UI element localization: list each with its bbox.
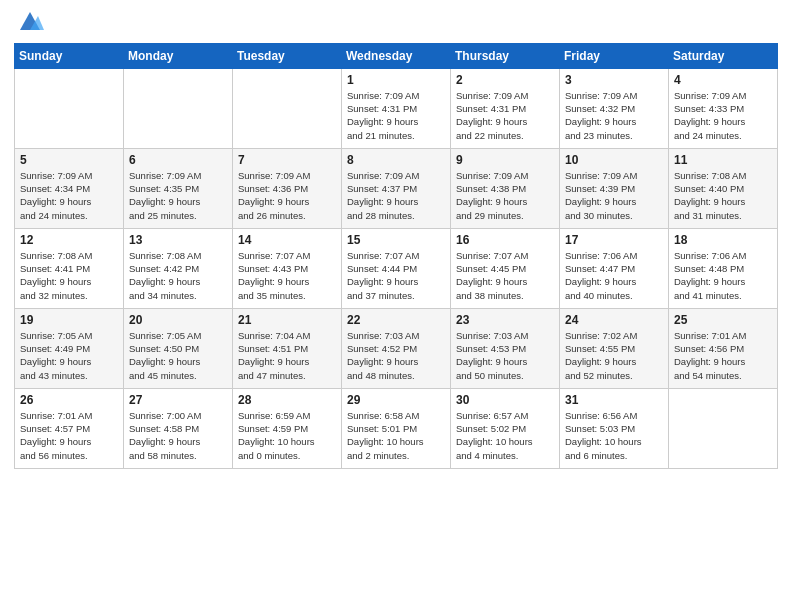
header <box>14 10 778 37</box>
week-row-2: 5Sunrise: 7:09 AM Sunset: 4:34 PM Daylig… <box>15 148 778 228</box>
day-info: Sunrise: 7:09 AM Sunset: 4:36 PM Dayligh… <box>238 169 336 222</box>
week-row-1: 1Sunrise: 7:09 AM Sunset: 4:31 PM Daylig… <box>15 68 778 148</box>
day-info: Sunrise: 7:00 AM Sunset: 4:58 PM Dayligh… <box>129 409 227 462</box>
day-number: 19 <box>20 313 118 327</box>
weekday-header-thursday: Thursday <box>451 43 560 68</box>
calendar-cell: 17Sunrise: 7:06 AM Sunset: 4:47 PM Dayli… <box>560 228 669 308</box>
day-number: 3 <box>565 73 663 87</box>
weekday-header-tuesday: Tuesday <box>233 43 342 68</box>
calendar-cell: 27Sunrise: 7:00 AM Sunset: 4:58 PM Dayli… <box>124 388 233 468</box>
day-number: 15 <box>347 233 445 247</box>
day-info: Sunrise: 7:01 AM Sunset: 4:57 PM Dayligh… <box>20 409 118 462</box>
day-number: 8 <box>347 153 445 167</box>
calendar-cell: 12Sunrise: 7:08 AM Sunset: 4:41 PM Dayli… <box>15 228 124 308</box>
week-row-4: 19Sunrise: 7:05 AM Sunset: 4:49 PM Dayli… <box>15 308 778 388</box>
day-info: Sunrise: 7:09 AM Sunset: 4:31 PM Dayligh… <box>347 89 445 142</box>
weekday-header-monday: Monday <box>124 43 233 68</box>
calendar-cell: 30Sunrise: 6:57 AM Sunset: 5:02 PM Dayli… <box>451 388 560 468</box>
day-number: 23 <box>456 313 554 327</box>
day-number: 22 <box>347 313 445 327</box>
day-info: Sunrise: 7:05 AM Sunset: 4:49 PM Dayligh… <box>20 329 118 382</box>
day-number: 6 <box>129 153 227 167</box>
day-info: Sunrise: 7:09 AM Sunset: 4:34 PM Dayligh… <box>20 169 118 222</box>
calendar-cell: 23Sunrise: 7:03 AM Sunset: 4:53 PM Dayli… <box>451 308 560 388</box>
day-info: Sunrise: 7:07 AM Sunset: 4:44 PM Dayligh… <box>347 249 445 302</box>
day-number: 20 <box>129 313 227 327</box>
day-number: 16 <box>456 233 554 247</box>
day-number: 18 <box>674 233 772 247</box>
day-info: Sunrise: 6:58 AM Sunset: 5:01 PM Dayligh… <box>347 409 445 462</box>
weekday-header-sunday: Sunday <box>15 43 124 68</box>
day-info: Sunrise: 6:57 AM Sunset: 5:02 PM Dayligh… <box>456 409 554 462</box>
calendar-cell: 28Sunrise: 6:59 AM Sunset: 4:59 PM Dayli… <box>233 388 342 468</box>
day-info: Sunrise: 7:09 AM Sunset: 4:38 PM Dayligh… <box>456 169 554 222</box>
calendar-cell: 9Sunrise: 7:09 AM Sunset: 4:38 PM Daylig… <box>451 148 560 228</box>
day-number: 2 <box>456 73 554 87</box>
calendar-cell: 26Sunrise: 7:01 AM Sunset: 4:57 PM Dayli… <box>15 388 124 468</box>
logo <box>14 10 44 37</box>
calendar: SundayMondayTuesdayWednesdayThursdayFrid… <box>14 43 778 469</box>
weekday-header-saturday: Saturday <box>669 43 778 68</box>
day-number: 11 <box>674 153 772 167</box>
day-number: 25 <box>674 313 772 327</box>
calendar-cell: 11Sunrise: 7:08 AM Sunset: 4:40 PM Dayli… <box>669 148 778 228</box>
day-number: 4 <box>674 73 772 87</box>
day-number: 29 <box>347 393 445 407</box>
day-info: Sunrise: 7:05 AM Sunset: 4:50 PM Dayligh… <box>129 329 227 382</box>
day-info: Sunrise: 7:07 AM Sunset: 4:43 PM Dayligh… <box>238 249 336 302</box>
week-row-3: 12Sunrise: 7:08 AM Sunset: 4:41 PM Dayli… <box>15 228 778 308</box>
logo-icon <box>16 8 44 32</box>
day-info: Sunrise: 7:08 AM Sunset: 4:40 PM Dayligh… <box>674 169 772 222</box>
calendar-cell <box>233 68 342 148</box>
calendar-cell: 6Sunrise: 7:09 AM Sunset: 4:35 PM Daylig… <box>124 148 233 228</box>
calendar-cell <box>124 68 233 148</box>
calendar-cell: 1Sunrise: 7:09 AM Sunset: 4:31 PM Daylig… <box>342 68 451 148</box>
week-row-5: 26Sunrise: 7:01 AM Sunset: 4:57 PM Dayli… <box>15 388 778 468</box>
day-info: Sunrise: 7:09 AM Sunset: 4:37 PM Dayligh… <box>347 169 445 222</box>
calendar-cell: 29Sunrise: 6:58 AM Sunset: 5:01 PM Dayli… <box>342 388 451 468</box>
day-number: 10 <box>565 153 663 167</box>
calendar-cell: 21Sunrise: 7:04 AM Sunset: 4:51 PM Dayli… <box>233 308 342 388</box>
day-info: Sunrise: 7:04 AM Sunset: 4:51 PM Dayligh… <box>238 329 336 382</box>
calendar-cell: 10Sunrise: 7:09 AM Sunset: 4:39 PM Dayli… <box>560 148 669 228</box>
day-number: 1 <box>347 73 445 87</box>
calendar-cell: 14Sunrise: 7:07 AM Sunset: 4:43 PM Dayli… <box>233 228 342 308</box>
day-number: 31 <box>565 393 663 407</box>
day-info: Sunrise: 7:06 AM Sunset: 4:47 PM Dayligh… <box>565 249 663 302</box>
weekday-header-row: SundayMondayTuesdayWednesdayThursdayFrid… <box>15 43 778 68</box>
calendar-cell: 2Sunrise: 7:09 AM Sunset: 4:31 PM Daylig… <box>451 68 560 148</box>
day-info: Sunrise: 7:03 AM Sunset: 4:52 PM Dayligh… <box>347 329 445 382</box>
day-info: Sunrise: 7:06 AM Sunset: 4:48 PM Dayligh… <box>674 249 772 302</box>
day-info: Sunrise: 7:02 AM Sunset: 4:55 PM Dayligh… <box>565 329 663 382</box>
calendar-cell: 24Sunrise: 7:02 AM Sunset: 4:55 PM Dayli… <box>560 308 669 388</box>
day-info: Sunrise: 6:56 AM Sunset: 5:03 PM Dayligh… <box>565 409 663 462</box>
day-info: Sunrise: 6:59 AM Sunset: 4:59 PM Dayligh… <box>238 409 336 462</box>
calendar-cell <box>669 388 778 468</box>
day-info: Sunrise: 7:01 AM Sunset: 4:56 PM Dayligh… <box>674 329 772 382</box>
day-number: 12 <box>20 233 118 247</box>
day-info: Sunrise: 7:09 AM Sunset: 4:32 PM Dayligh… <box>565 89 663 142</box>
calendar-cell: 5Sunrise: 7:09 AM Sunset: 4:34 PM Daylig… <box>15 148 124 228</box>
calendar-cell <box>15 68 124 148</box>
day-number: 24 <box>565 313 663 327</box>
day-number: 26 <box>20 393 118 407</box>
day-info: Sunrise: 7:09 AM Sunset: 4:35 PM Dayligh… <box>129 169 227 222</box>
calendar-cell: 31Sunrise: 6:56 AM Sunset: 5:03 PM Dayli… <box>560 388 669 468</box>
calendar-cell: 22Sunrise: 7:03 AM Sunset: 4:52 PM Dayli… <box>342 308 451 388</box>
day-number: 14 <box>238 233 336 247</box>
day-info: Sunrise: 7:07 AM Sunset: 4:45 PM Dayligh… <box>456 249 554 302</box>
weekday-header-friday: Friday <box>560 43 669 68</box>
calendar-cell: 7Sunrise: 7:09 AM Sunset: 4:36 PM Daylig… <box>233 148 342 228</box>
day-info: Sunrise: 7:08 AM Sunset: 4:42 PM Dayligh… <box>129 249 227 302</box>
day-info: Sunrise: 7:08 AM Sunset: 4:41 PM Dayligh… <box>20 249 118 302</box>
page: SundayMondayTuesdayWednesdayThursdayFrid… <box>0 0 792 612</box>
day-number: 13 <box>129 233 227 247</box>
day-number: 30 <box>456 393 554 407</box>
calendar-cell: 15Sunrise: 7:07 AM Sunset: 4:44 PM Dayli… <box>342 228 451 308</box>
calendar-cell: 19Sunrise: 7:05 AM Sunset: 4:49 PM Dayli… <box>15 308 124 388</box>
calendar-cell: 25Sunrise: 7:01 AM Sunset: 4:56 PM Dayli… <box>669 308 778 388</box>
day-number: 9 <box>456 153 554 167</box>
day-info: Sunrise: 7:09 AM Sunset: 4:39 PM Dayligh… <box>565 169 663 222</box>
calendar-cell: 8Sunrise: 7:09 AM Sunset: 4:37 PM Daylig… <box>342 148 451 228</box>
day-info: Sunrise: 7:09 AM Sunset: 4:33 PM Dayligh… <box>674 89 772 142</box>
